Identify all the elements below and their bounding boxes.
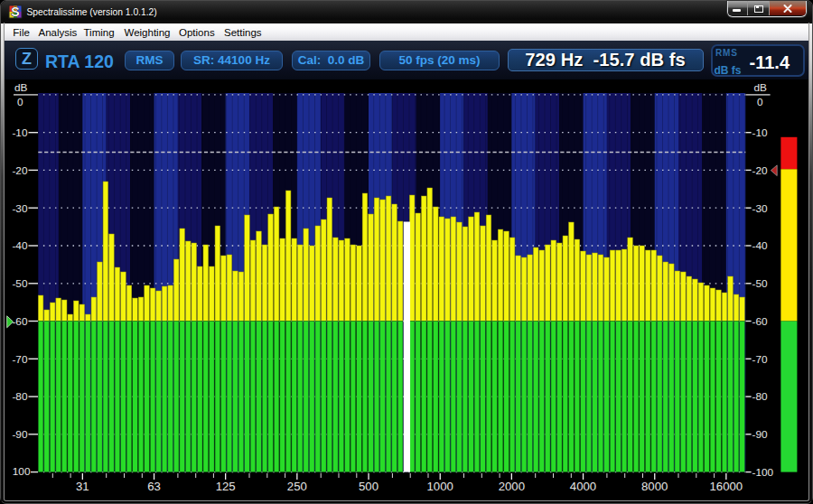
svg-text:1000: 1000 [426, 480, 453, 493]
svg-text:0: 0 [17, 96, 23, 108]
svg-text:-20: -20 [12, 164, 27, 177]
svg-text:S: S [11, 5, 19, 19]
svg-text:-60: -60 [752, 315, 768, 328]
svg-text:-40: -40 [12, 239, 27, 252]
svg-text:-80: -80 [12, 390, 27, 403]
svg-text:dB: dB [14, 81, 28, 94]
svg-text:63: 63 [147, 480, 161, 493]
svg-text:0: 0 [757, 96, 763, 108]
svg-text:-60: -60 [12, 315, 27, 328]
svg-text:-100: -100 [752, 466, 774, 479]
svg-text:4000: 4000 [570, 480, 596, 493]
svg-text:-10: -10 [752, 126, 768, 139]
svg-text:16000: 16000 [709, 480, 743, 493]
svg-text:-50: -50 [752, 277, 768, 290]
svg-text:125: 125 [216, 480, 236, 493]
svg-text:-50: -50 [12, 277, 27, 290]
svg-text:8000: 8000 [641, 480, 668, 493]
svg-text:250: 250 [287, 480, 307, 493]
svg-text:dB: dB [754, 81, 768, 94]
svg-text:-10: -10 [12, 126, 27, 139]
svg-text:-80: -80 [752, 390, 768, 403]
svg-text:-40: -40 [752, 239, 768, 252]
svg-text:-30: -30 [752, 202, 768, 215]
svg-text:-20: -20 [752, 164, 768, 177]
svg-text:-90: -90 [12, 428, 27, 441]
svg-text:100: 100 [13, 465, 31, 478]
svg-text:31: 31 [76, 480, 89, 493]
svg-text:500: 500 [359, 480, 378, 493]
svg-text:-70: -70 [12, 353, 27, 366]
svg-text:-90: -90 [752, 428, 768, 441]
svg-text:-30: -30 [12, 202, 27, 215]
svg-text:-70: -70 [752, 353, 768, 366]
svg-text:2000: 2000 [499, 480, 525, 493]
